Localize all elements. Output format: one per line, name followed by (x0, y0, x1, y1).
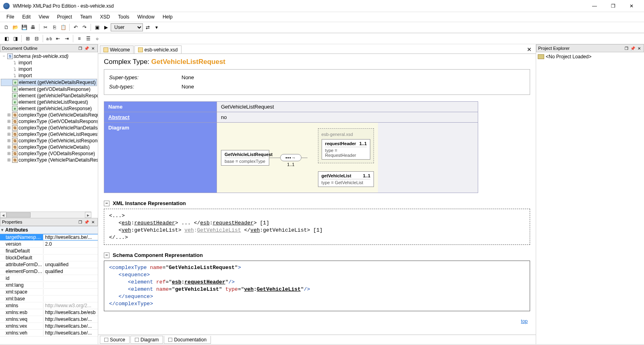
menu-window[interactable]: Window (133, 13, 159, 21)
menu-xsd[interactable]: XSD (96, 13, 114, 21)
scroll-left-icon[interactable]: ◂ (0, 212, 6, 218)
property-row[interactable]: blockDefault (0, 255, 98, 261)
indent-icon[interactable]: ⇥ (63, 35, 71, 43)
scroll-right-icon[interactable]: ▸ (85, 212, 91, 218)
tool-b-icon[interactable]: ◨ (11, 35, 19, 43)
menu-tools[interactable]: Tools (114, 13, 133, 21)
tree-item[interactable]: ⊞⧉complexType (GetVehicleListRequest) (1, 131, 97, 138)
undo-icon[interactable]: ↶ (72, 23, 80, 31)
diagram-node-requestheader[interactable]: requestHeader1..1 type = RequestHeader (322, 139, 370, 160)
close-button[interactable]: ✕ (622, 0, 641, 12)
property-row[interactable]: finalDefault (0, 248, 98, 255)
property-row[interactable]: xml:space (0, 289, 98, 296)
font-size-icon[interactable]: a·b (45, 35, 53, 43)
tab-source[interactable]: Source (100, 336, 130, 344)
maximize-button[interactable]: ❐ (604, 0, 622, 12)
property-row[interactable]: xmlns:esbhttp://wesellcars.be/esb (0, 309, 98, 316)
menu-team[interactable]: Team (76, 13, 96, 21)
panel-pin-icon[interactable]: 📌 (630, 45, 636, 51)
property-row[interactable]: id (0, 275, 98, 282)
tree-item[interactable]: ⊞⧉complexType (GetVehicleDetailsReques (1, 112, 97, 118)
panel-window-icon[interactable]: ❐ (77, 45, 83, 51)
property-row[interactable]: xmlns:vexhttp://wesellcars.be/... (0, 323, 98, 330)
tree-item[interactable]: eelement (getVODetailsResponse) (1, 86, 97, 92)
schema-combo[interactable]: User (111, 23, 143, 31)
property-row[interactable]: xml:base (0, 296, 98, 302)
panel-pin-icon[interactable]: 📌 (84, 219, 89, 225)
menu-edit[interactable]: Edit (18, 13, 35, 21)
align-left-icon[interactable]: ≡ (75, 35, 83, 43)
doc-title: Complex Type: GetVehicleListRequest (104, 58, 530, 66)
tool-e-icon[interactable]: ⟐ (93, 35, 101, 43)
attributes-group-header[interactable]: Attributes (0, 226, 98, 234)
menu-project[interactable]: Project (53, 13, 76, 21)
tab-esb-vehicle[interactable]: esb-vehicle.xsd (134, 45, 182, 53)
copy-icon[interactable]: ⎘ (50, 23, 58, 31)
panel-window-icon[interactable]: ❐ (623, 45, 629, 51)
save-all-icon[interactable]: 🖶 (29, 23, 37, 31)
tree-item[interactable]: ⤵import (1, 72, 97, 79)
tree-item[interactable]: ⊞⧉complexType (VODetailsResponse) (1, 150, 97, 157)
tree-root[interactable]: −S schema (esb-vehicle.xsd) (1, 53, 97, 60)
property-row[interactable]: xml:lang (0, 282, 98, 289)
tree-item[interactable]: eelement (getVehicleListRequest) (1, 99, 97, 105)
tree-item[interactable]: ⊞⧉complexType (GetVehicleDetails) (1, 144, 97, 150)
run-icon[interactable]: ▶ (102, 23, 110, 31)
property-row[interactable]: xmlns:veqhttp://wesellcars.be/... (0, 316, 98, 323)
paste-icon[interactable]: 📋 (59, 23, 67, 31)
diagram-root-node[interactable]: GetVehicleListRequest base = complexType (221, 150, 269, 166)
panel-close-icon[interactable]: ✕ (90, 45, 96, 51)
dropdown-icon[interactable]: ▾ (153, 23, 161, 31)
redo-icon[interactable]: ↷ (80, 23, 89, 31)
menu-help[interactable]: Help (159, 13, 177, 21)
panel-pin-icon[interactable]: 📌 (84, 45, 89, 51)
save-icon[interactable]: 💾 (20, 23, 28, 31)
open-file-icon[interactable]: 📂 (11, 23, 19, 31)
menu-view[interactable]: View (35, 13, 53, 21)
diagram-node-getvehiclelist[interactable]: getVehicleList1..1 type = GetVehicleList (318, 171, 374, 187)
top-link[interactable]: top (104, 318, 530, 324)
tab-diagram[interactable]: Diagram (130, 336, 163, 344)
minimize-button[interactable]: — (585, 0, 604, 12)
tab-documentation[interactable]: Documentation (164, 336, 211, 344)
list-icon[interactable]: ☰ (84, 35, 92, 43)
project-explorer-body[interactable]: <No Project Loaded> (536, 52, 644, 61)
property-row[interactable]: targetNamespacehttp://wesellcars.be/... (0, 234, 98, 241)
tree-item[interactable]: ⊞⧉complexType (GetVehicleListResponse) (1, 138, 97, 144)
property-row[interactable]: xmlns:vehhttp://wesellcars.be/... (0, 330, 98, 337)
tree-item[interactable]: ⊞⧉complexType (VehiclePlanDetailsRespo (1, 157, 97, 163)
tree-item[interactable]: ⊞⧉complexType (GetVehiclePlanDetailsRe (1, 125, 97, 131)
validate-icon[interactable]: ▣ (93, 23, 101, 31)
collapse-icon[interactable]: − (104, 253, 109, 258)
tab-welcome[interactable]: Welcome (100, 45, 134, 53)
tree-item[interactable]: ⤵import (1, 60, 97, 66)
collapse-icon[interactable]: − (104, 201, 109, 206)
cut-icon[interactable]: ✂ (41, 23, 50, 31)
new-file-icon[interactable]: 🗋 (2, 23, 10, 31)
properties-grid[interactable]: targetNamespacehttp://wesellcars.be/...v… (0, 234, 98, 337)
tree-item[interactable]: ⤵import (1, 66, 97, 72)
tool-d-icon[interactable]: ⊟ (33, 35, 41, 43)
property-row[interactable]: version2.0 (0, 241, 98, 248)
tree-item[interactable]: ⊞⧉complexType (GetVODetailsResponse) (1, 118, 97, 125)
outline-tree[interactable]: −S schema (esb-vehicle.xsd) ⤵import⤵impo… (0, 52, 98, 163)
property-row[interactable]: attributeFormD...unqualified (0, 261, 98, 268)
tool-a-icon[interactable]: ◧ (2, 35, 10, 43)
tree-item[interactable]: eelement (getVehicleDetailsRequest) (1, 79, 97, 86)
panel-close-icon[interactable]: ✕ (90, 219, 96, 225)
panel-window-icon[interactable]: ❐ (77, 219, 83, 225)
tab-close-icon[interactable]: ✕ (524, 45, 534, 53)
menu-file[interactable]: File (2, 13, 18, 21)
property-row[interactable]: xmlnshttp://www.w3.org/2... (0, 302, 98, 309)
sequence-icon[interactable]: •••→ (280, 154, 301, 161)
tool-c-icon[interactable]: ⊞ (24, 35, 32, 43)
tree-item[interactable]: eelement (getVehiclePlanDetailsRespons (1, 92, 97, 99)
property-row[interactable]: elementFormDe...qualified (0, 268, 98, 275)
outdent-icon[interactable]: ⇤ (54, 35, 62, 43)
tree-item[interactable]: eelement (getVehicleListResponse) (1, 105, 97, 112)
panel-close-icon[interactable]: ✕ (636, 45, 642, 51)
outline-hscroll[interactable]: ◂ ▸ (0, 212, 91, 218)
transform-icon[interactable]: ⇄ (144, 23, 152, 31)
abstract-link[interactable]: Abstract (104, 112, 217, 123)
documentation-view[interactable]: Complex Type: GetVehicleListRequest Supe… (98, 54, 536, 335)
